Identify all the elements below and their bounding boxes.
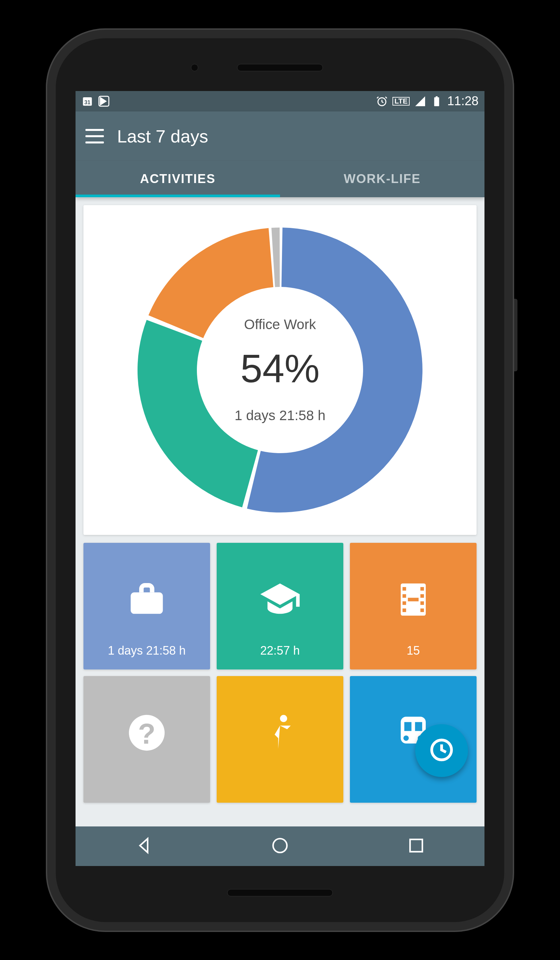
svg-point-27 xyxy=(273,838,287,853)
menu-button[interactable] xyxy=(85,129,104,144)
nav-home-button[interactable] xyxy=(271,836,289,856)
lte-label: LTE xyxy=(392,97,410,106)
donut-center-percent: 54% xyxy=(235,346,325,391)
svg-rect-5 xyxy=(436,96,438,97)
nav-back-button[interactable] xyxy=(134,836,153,856)
svg-rect-4 xyxy=(434,97,439,106)
graduation-cap-icon xyxy=(259,578,301,621)
app-bar: Last 7 days xyxy=(75,112,485,161)
tile-duration: 15 xyxy=(406,644,420,658)
play-store-icon xyxy=(98,95,110,107)
tab-activities[interactable]: ACTIVITIES xyxy=(75,161,280,197)
signal-icon xyxy=(414,95,426,107)
phone-frame: 31 LTE 11:2 xyxy=(46,28,514,932)
film-icon xyxy=(392,578,435,621)
activity-tile[interactable]: 15 xyxy=(350,543,477,669)
phone-speaker-bottom xyxy=(227,889,333,896)
donut-chart: Office Work 54% 1 days 21:58 h xyxy=(131,222,429,518)
svg-rect-9 xyxy=(403,587,406,590)
svg-text:31: 31 xyxy=(85,99,90,105)
svg-rect-12 xyxy=(403,608,406,612)
phone-side-button xyxy=(514,299,517,371)
svg-rect-11 xyxy=(403,601,406,605)
activity-tile[interactable] xyxy=(217,676,343,803)
svg-rect-15 xyxy=(421,601,424,605)
svg-point-20 xyxy=(280,715,287,722)
question-icon: ? xyxy=(125,711,168,754)
svg-rect-17 xyxy=(408,598,419,601)
svg-point-24 xyxy=(403,735,409,741)
tile-grid: 1 days 21:58 h22:57 h15? xyxy=(83,543,477,803)
tile-duration: 22:57 h xyxy=(260,644,300,658)
screen: 31 LTE 11:2 xyxy=(75,91,485,866)
nav-recent-button[interactable] xyxy=(407,836,426,856)
svg-rect-22 xyxy=(404,722,411,731)
activity-tile[interactable]: ? xyxy=(83,676,210,803)
briefcase-icon xyxy=(125,578,168,621)
svg-rect-28 xyxy=(410,839,422,851)
phone-inner: 31 LTE 11:2 xyxy=(56,38,504,922)
status-bar: 31 LTE 11:2 xyxy=(75,91,485,112)
running-icon xyxy=(259,711,301,754)
activity-tile[interactable]: 1 days 21:58 h xyxy=(83,543,210,669)
donut-center-duration: 1 days 21:58 h xyxy=(235,408,325,424)
svg-rect-13 xyxy=(421,587,424,590)
phone-camera xyxy=(191,64,198,71)
page-title: Last 7 days xyxy=(117,126,208,146)
svg-rect-10 xyxy=(403,594,406,598)
calendar-31-icon: 31 xyxy=(82,95,93,107)
android-nav-bar xyxy=(75,826,485,866)
tab-label: WORK-LIFE xyxy=(344,172,421,186)
svg-text:?: ? xyxy=(138,718,156,749)
svg-rect-14 xyxy=(421,594,424,598)
battery-icon xyxy=(431,95,443,107)
svg-rect-16 xyxy=(421,608,424,612)
status-time: 11:28 xyxy=(447,94,478,108)
fab-clock-button[interactable] xyxy=(415,724,468,777)
activity-tile[interactable]: 22:57 h xyxy=(217,543,343,669)
content-area[interactable]: Office Work 54% 1 days 21:58 h 1 days 21… xyxy=(75,197,485,826)
alarm-icon xyxy=(376,95,388,107)
tab-bar: ACTIVITIES WORK-LIFE xyxy=(75,161,485,197)
tile-duration: 1 days 21:58 h xyxy=(108,644,186,658)
svg-rect-23 xyxy=(415,722,422,731)
donut-center: Office Work 54% 1 days 21:58 h xyxy=(235,317,325,424)
donut-center-label: Office Work xyxy=(235,317,325,333)
clock-icon xyxy=(429,737,455,765)
tab-work-life[interactable]: WORK-LIFE xyxy=(280,161,485,197)
donut-slice[interactable] xyxy=(271,227,280,287)
tab-label: ACTIVITIES xyxy=(140,172,215,186)
svg-rect-6 xyxy=(131,592,163,614)
donut-chart-card[interactable]: Office Work 54% 1 days 21:58 h xyxy=(83,205,477,535)
phone-speaker-top xyxy=(237,64,323,71)
